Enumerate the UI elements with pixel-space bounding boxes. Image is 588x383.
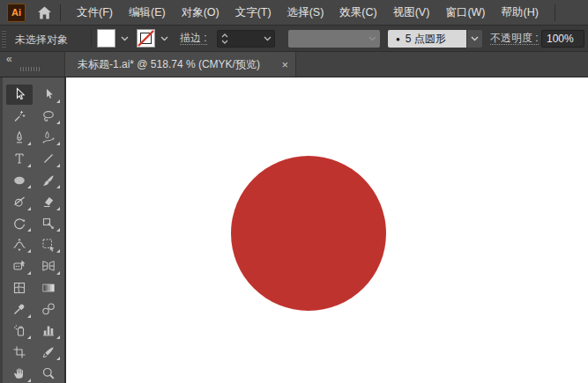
type-tool-icon <box>12 151 26 166</box>
scale-tool[interactable] <box>35 213 62 233</box>
lasso-tool[interactable] <box>35 106 62 126</box>
fill-color-swatch[interactable] <box>97 29 115 48</box>
menu-file[interactable]: 文件(F) <box>69 0 121 25</box>
home-button[interactable] <box>37 6 52 19</box>
tools-grid <box>4 84 64 383</box>
opacity-panel-link[interactable]: 不透明度 : <box>490 33 539 45</box>
shape-builder-tool-icon <box>12 259 26 273</box>
direct-selection-tool-icon <box>41 87 56 101</box>
menu-window[interactable]: 窗口(W) <box>437 0 493 25</box>
control-bar: 未选择对象 描边 : <box>0 26 588 52</box>
menu-view[interactable]: 视图(V) <box>385 0 438 25</box>
gradient-tool-icon <box>41 281 56 295</box>
slice-tool[interactable] <box>35 342 62 362</box>
collapse-panel-button[interactable]: « <box>6 53 11 65</box>
menu-select[interactable]: 选择(S) <box>279 0 332 25</box>
home-icon <box>37 6 52 19</box>
mesh-tool-icon <box>12 281 26 295</box>
stroke-weight-dropdown-button[interactable] <box>261 36 274 41</box>
perspective-grid-tool[interactable] <box>35 256 62 276</box>
selection-tool-icon <box>12 87 26 101</box>
stroke-weight-combo[interactable] <box>217 30 275 48</box>
direct-selection-tool[interactable] <box>35 85 62 105</box>
chevron-down-icon <box>160 36 168 41</box>
tab-close-button[interactable]: × <box>281 59 288 70</box>
curvature-tool-icon <box>41 130 56 144</box>
magic-wand-tool-icon <box>12 109 26 123</box>
rotate-tool[interactable] <box>6 213 33 233</box>
paintbrush-tool-icon <box>41 173 56 188</box>
gradient-tool[interactable] <box>35 277 62 298</box>
eyedropper-tool[interactable] <box>6 299 33 320</box>
mesh-tool[interactable] <box>6 277 33 298</box>
width-tool-icon <box>12 238 26 252</box>
perspective-grid-tool-icon <box>41 259 56 273</box>
rotate-tool-icon <box>12 217 26 231</box>
brush-preset-field[interactable]: ● 5 点圆形 <box>388 30 466 48</box>
chevron-down-icon <box>471 36 479 41</box>
symbol-sprayer-tool[interactable] <box>6 320 33 341</box>
app-logo-text: Ai <box>11 7 21 18</box>
brush-preset-label: 5 点圆形 <box>406 32 446 47</box>
brush-dot-icon: ● <box>396 35 400 43</box>
menubar: Ai 文件(F) 编辑(E) 对象(O) 文字(T) 选择(S) 效果(C) 视… <box>0 0 588 26</box>
hand-tool[interactable] <box>6 364 33 383</box>
shaper-tool[interactable] <box>6 192 33 212</box>
canvas-area[interactable] <box>0 77 588 383</box>
line-segment-tool[interactable] <box>35 149 62 169</box>
app-logo: Ai <box>7 4 26 22</box>
panel-drag-grip[interactable] <box>2 29 6 48</box>
stroke-weight-stepper[interactable] <box>218 31 231 47</box>
stroke-color-dropdown-button[interactable] <box>157 29 171 48</box>
eraser-tool[interactable] <box>35 192 62 212</box>
zoom-tool[interactable] <box>35 364 62 383</box>
free-transform-tool[interactable] <box>35 234 62 254</box>
chevron-down-icon <box>221 40 228 44</box>
red-circle-shape[interactable] <box>231 156 386 311</box>
magic-wand-tool[interactable] <box>6 106 33 126</box>
width-tool[interactable] <box>6 234 33 254</box>
eyedropper-tool-icon <box>12 302 26 316</box>
menu-help[interactable]: 帮助(H) <box>494 0 547 25</box>
brush-dropdown-button[interactable] <box>467 30 482 48</box>
artboard-tool[interactable] <box>6 342 33 362</box>
ellipse-tool[interactable] <box>6 170 33 190</box>
column-graph-tool-icon <box>41 323 56 337</box>
slice-tool-icon <box>41 345 56 359</box>
blend-tool[interactable] <box>35 299 62 320</box>
none-color-icon <box>138 30 154 47</box>
menu-edit[interactable]: 编辑(E) <box>121 0 174 25</box>
toolbar-drag-grip[interactable] <box>20 67 41 71</box>
document-tab-title: 未标题-1.ai* @ 518.74 % (CMYK/预览) <box>65 57 260 72</box>
menu-type[interactable]: 文字(T) <box>227 0 279 25</box>
divider <box>555 4 555 21</box>
artboard-tool-icon <box>12 345 26 359</box>
symbol-sprayer-tool-icon <box>12 323 26 337</box>
pen-tool[interactable] <box>6 127 33 147</box>
width-profile-dropdown <box>288 30 380 48</box>
menu-object[interactable]: 对象(O) <box>174 0 227 25</box>
chevron-down-icon <box>121 36 129 41</box>
opacity-input[interactable]: 100% <box>541 30 584 48</box>
shape-builder-tool[interactable] <box>6 256 33 276</box>
stroke-color-swatch[interactable] <box>137 29 155 48</box>
document-tab-bar: « 未标题-1.ai* @ 518.74 % (CMYK/预览) × <box>0 52 588 77</box>
brush-definition-combo[interactable]: ● 5 点圆形 <box>388 30 482 48</box>
menu-effect[interactable]: 效果(C) <box>331 0 384 25</box>
hand-tool-icon <box>12 366 26 380</box>
fill-color-dropdown-button[interactable] <box>117 29 131 48</box>
selection-status: 未选择对象 <box>15 33 68 48</box>
curvature-tool[interactable] <box>35 127 62 147</box>
type-tool[interactable] <box>6 149 33 169</box>
artboard-canvas[interactable] <box>0 77 588 383</box>
zoom-tool-icon <box>41 366 56 380</box>
chevron-up-icon <box>221 33 228 38</box>
lasso-tool-icon <box>41 109 56 123</box>
paintbrush-tool[interactable] <box>35 170 62 190</box>
document-tab[interactable]: 未标题-1.ai* @ 518.74 % (CMYK/预览) × <box>65 52 296 77</box>
divider <box>91 30 92 47</box>
stroke-panel-link[interactable]: 描边 : <box>180 33 207 45</box>
blend-tool-icon <box>41 302 56 316</box>
column-graph-tool[interactable] <box>35 320 62 341</box>
selection-tool[interactable] <box>6 85 33 105</box>
